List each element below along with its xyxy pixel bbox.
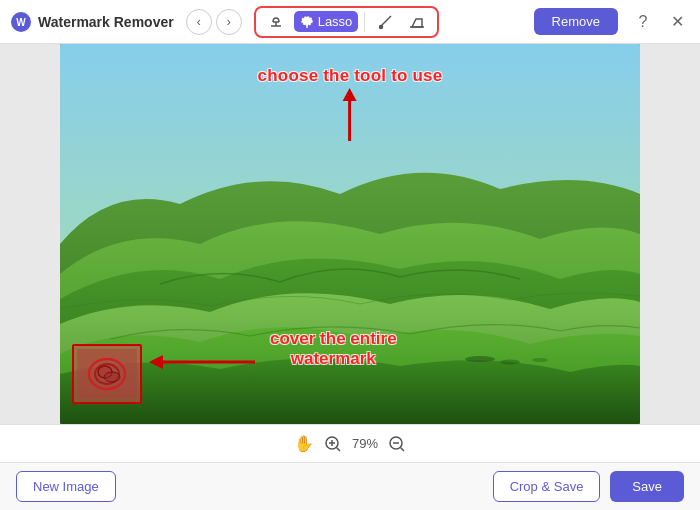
brush-tool-button[interactable] — [371, 11, 399, 33]
svg-point-2 — [302, 17, 312, 25]
lasso-label: Lasso — [318, 14, 353, 29]
main-image[interactable]: choose the tool to use — [60, 44, 640, 424]
status-bar: ✋ 79% — [0, 424, 700, 462]
save-button[interactable]: Save — [610, 471, 684, 502]
svg-marker-6 — [412, 19, 422, 27]
watermark-thumbnail — [72, 344, 142, 404]
help-button[interactable]: ? — [630, 9, 656, 35]
back-button[interactable]: ‹ — [186, 9, 212, 35]
app-title: Watermark Remover — [38, 14, 174, 30]
svg-line-26 — [401, 447, 405, 451]
new-image-button[interactable]: New Image — [16, 471, 116, 502]
zoom-level: 79% — [352, 436, 378, 451]
title-bar: W Watermark Remover ‹ › Lasso — [0, 0, 700, 44]
title-bar-right: ? ✕ — [630, 9, 690, 35]
svg-point-9 — [465, 356, 495, 362]
zoom-in-icon — [324, 435, 342, 453]
svg-point-11 — [532, 358, 548, 362]
svg-point-10 — [500, 360, 520, 365]
svg-line-22 — [336, 447, 340, 451]
zoom-out-icon — [388, 435, 406, 453]
app-logo-icon: W — [10, 11, 32, 33]
svg-line-4 — [381, 18, 389, 26]
watermark-thumb-svg — [77, 349, 137, 399]
tool-divider — [364, 12, 365, 32]
lasso-tool-button[interactable]: Lasso — [294, 11, 359, 32]
stamp-tool-button[interactable] — [262, 11, 290, 33]
svg-text:W: W — [16, 17, 26, 28]
crop-save-button[interactable]: Crop & Save — [493, 471, 601, 502]
action-bar: New Image Crop & Save Save — [0, 462, 700, 510]
remove-button[interactable]: Remove — [534, 8, 618, 35]
zoom-in-button[interactable] — [324, 435, 342, 453]
tool-group: Lasso — [254, 6, 440, 38]
eraser-tool-button[interactable] — [403, 11, 431, 33]
zoom-out-button[interactable] — [388, 435, 406, 453]
landscape-svg — [60, 44, 640, 424]
forward-button[interactable]: › — [216, 9, 242, 35]
action-right: Crop & Save Save — [493, 471, 684, 502]
image-container: choose the tool to use — [60, 44, 640, 424]
svg-point-18 — [104, 372, 120, 382]
canvas-area: choose the tool to use — [0, 44, 700, 424]
svg-point-5 — [380, 25, 383, 28]
pan-tool-button[interactable]: ✋ — [294, 434, 314, 453]
hand-icon: ✋ — [294, 434, 314, 453]
close-button[interactable]: ✕ — [664, 9, 690, 35]
